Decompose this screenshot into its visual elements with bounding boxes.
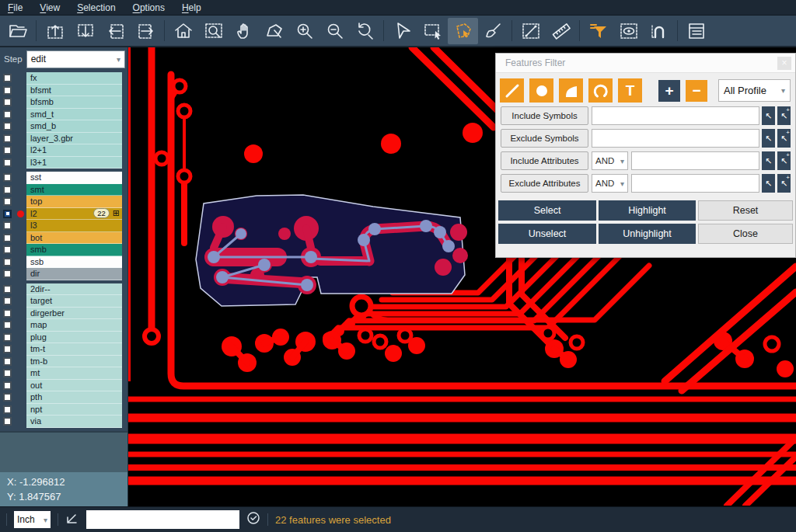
layer-row[interactable]: sst	[0, 172, 127, 184]
layer-row[interactable]: layer_3.gbr	[0, 133, 127, 145]
layer-row[interactable]: bfsmb	[0, 96, 127, 109]
layer-row[interactable]: dir	[0, 268, 127, 280]
layer-row[interactable]: smb	[0, 244, 127, 256]
menu-selection[interactable]: Selection	[77, 2, 115, 13]
units-select[interactable]: Inch▾	[14, 511, 51, 528]
layer-row[interactable]: bfsmt	[0, 85, 127, 97]
dialog-titlebar[interactable]: Features Filter ×	[496, 54, 795, 73]
layer-checkbox[interactable]	[3, 210, 12, 218]
filter-surface-button[interactable]	[559, 78, 583, 103]
pick-symbol-add-button[interactable]: ↖+	[777, 106, 791, 125]
pick-symbol-add-button[interactable]: ↖+	[777, 129, 791, 148]
layer-row[interactable]: l2+1	[0, 144, 127, 157]
load-down-button[interactable]	[70, 18, 100, 44]
include-symbols-button[interactable]: Include Symbols	[501, 106, 588, 125]
exclude-symbols-button[interactable]: Exclude Symbols	[501, 129, 588, 148]
open-file-button[interactable]	[2, 18, 33, 44]
pick-symbol-button[interactable]: ↖	[762, 129, 775, 148]
layer-checkbox[interactable]	[3, 146, 12, 155]
close-button[interactable]: Close	[698, 224, 793, 244]
command-input[interactable]	[86, 510, 239, 529]
include-attributes-input[interactable]	[631, 151, 759, 170]
layer-checkbox[interactable]	[3, 405, 12, 414]
layer-row[interactable]: smd_b	[0, 120, 127, 133]
select-button[interactable]: Select	[498, 200, 596, 221]
view-options-button[interactable]	[613, 18, 644, 44]
layer-checkbox[interactable]	[3, 197, 12, 206]
layer-checkbox[interactable]	[3, 269, 12, 278]
edit-polygon-button[interactable]	[259, 18, 289, 44]
include-attributes-button[interactable]: Include Attributes	[501, 151, 588, 170]
layer-checkbox[interactable]	[3, 158, 12, 167]
pick-attribute-add-button[interactable]: ↖+	[777, 174, 791, 193]
layer-checkbox[interactable]	[3, 297, 12, 305]
menu-help[interactable]: Help	[182, 2, 201, 13]
load-up-button[interactable]	[40, 18, 70, 44]
exclude-attributes-operator[interactable]: AND▾	[592, 174, 628, 193]
layer-checkbox[interactable]	[3, 234, 12, 242]
layer-checkbox[interactable]	[3, 110, 12, 119]
layer-row[interactable]: 2dir--	[0, 283, 127, 296]
pick-symbol-button[interactable]: ↖	[762, 106, 775, 125]
exclude-symbols-input[interactable]	[592, 129, 759, 148]
filter-negative-button[interactable]: −	[686, 80, 707, 102]
layer-row[interactable]: map	[0, 319, 127, 332]
include-symbols-input[interactable]	[592, 106, 759, 125]
select-button[interactable]	[387, 18, 417, 44]
zoom-out-button[interactable]	[319, 18, 350, 44]
profile-select[interactable]: All Profile▾	[718, 79, 791, 102]
layer-checkbox[interactable]	[3, 173, 12, 182]
layer-checkbox[interactable]	[3, 309, 12, 318]
menu-options[interactable]: Options	[133, 2, 165, 13]
reset-button[interactable]: Reset	[698, 200, 793, 221]
step-select[interactable]: edit▾	[26, 50, 125, 68]
menu-view[interactable]: View	[40, 2, 60, 13]
layer-checkbox[interactable]	[3, 369, 12, 377]
layer-checkbox[interactable]	[3, 381, 12, 390]
layer-row[interactable]: out	[0, 380, 127, 392]
menu-file[interactable]: File	[8, 2, 23, 13]
layer-checkbox[interactable]	[3, 221, 12, 230]
layer-checkbox[interactable]	[3, 285, 12, 294]
unhighlight-button[interactable]: Unhighlight	[599, 224, 696, 244]
layer-checkbox[interactable]	[3, 333, 12, 342]
home-view-button[interactable]	[168, 18, 198, 44]
zoom-area-button[interactable]	[198, 18, 229, 44]
filter-pad-button[interactable]	[529, 78, 553, 103]
paint-brush-button[interactable]	[478, 18, 508, 44]
layer-checkbox[interactable]	[3, 417, 12, 426]
layer-checkbox[interactable]	[3, 122, 12, 130]
load-right-button[interactable]	[131, 18, 161, 44]
load-left-button[interactable]	[100, 18, 131, 44]
layer-row[interactable]: via	[0, 416, 127, 428]
layer-row-selected[interactable]: l222⊞	[0, 208, 127, 221]
layer-row[interactable]: target	[0, 295, 127, 308]
layer-row[interactable]: mt	[0, 367, 127, 380]
dialog-close-button[interactable]: ×	[777, 57, 791, 70]
include-attributes-operator[interactable]: AND▾	[592, 151, 628, 170]
layer-row[interactable]: dirgerber	[0, 308, 127, 320]
layer-checkbox[interactable]	[3, 357, 12, 366]
measure-line-button[interactable]	[515, 18, 546, 44]
unselect-button[interactable]: Unselect	[498, 224, 596, 244]
ruler-button[interactable]	[546, 18, 576, 44]
exclude-attributes-button[interactable]: Exclude Attributes	[501, 174, 588, 193]
layer-row[interactable]: l3+1	[0, 157, 127, 169]
layers-panel-button[interactable]	[681, 18, 711, 44]
layer-checkbox[interactable]	[3, 86, 12, 95]
layer-checkbox[interactable]	[3, 245, 12, 254]
layer-row[interactable]: bot	[0, 232, 127, 245]
layer-checkbox[interactable]	[3, 98, 12, 106]
layer-row[interactable]: npt	[0, 404, 127, 416]
filter-line-button[interactable]	[500, 78, 524, 103]
filter-arc-button[interactable]	[588, 78, 613, 103]
corner-tool-icon[interactable]	[65, 511, 79, 528]
filter-positive-button[interactable]: +	[658, 80, 680, 102]
layer-row[interactable]: tm-t	[0, 343, 127, 356]
layer-checkbox[interactable]	[3, 74, 12, 82]
layer-checkbox[interactable]	[3, 321, 12, 329]
layer-checkbox[interactable]	[3, 258, 12, 266]
select-rectangle-button[interactable]	[417, 18, 448, 44]
pan-button[interactable]	[229, 18, 259, 44]
layer-row[interactable]: smd_t	[0, 109, 127, 121]
